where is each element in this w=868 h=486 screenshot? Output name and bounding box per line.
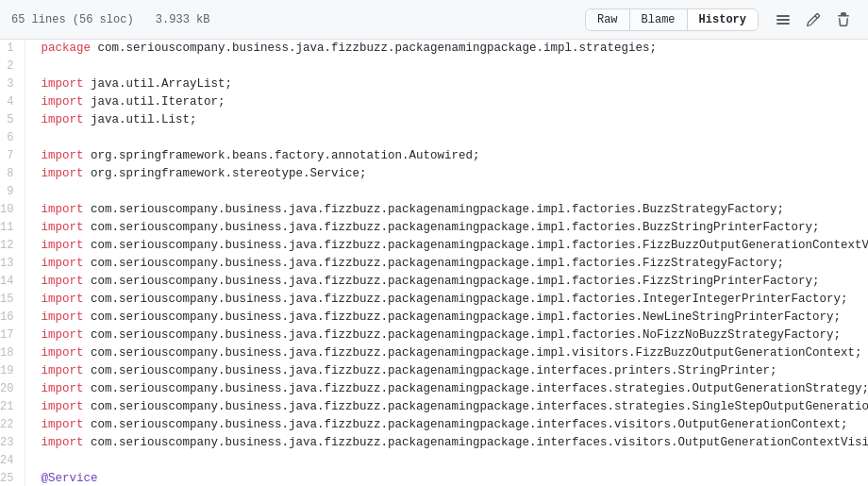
- table-row: 5import java.util.List;: [0, 111, 868, 129]
- line-number: 22: [0, 416, 25, 434]
- svg-rect-1: [776, 19, 790, 21]
- svg-rect-0: [776, 15, 790, 17]
- token: import: [41, 400, 83, 413]
- line-code: import com.seriouscompany.business.java.…: [25, 201, 868, 219]
- token: com.seriouscompany.business.java.fizzbuz…: [83, 328, 841, 342]
- token: import: [41, 275, 83, 288]
- line-code: package com.seriouscompany.business.java…: [25, 40, 868, 58]
- token: java.util.Iterator;: [83, 95, 225, 109]
- table-row: 18import com.seriouscompany.business.jav…: [0, 344, 868, 362]
- line-count: 65 lines (56 sloc): [11, 13, 134, 26]
- token: import: [41, 382, 83, 395]
- line-code: import org.springframework.beans.factory…: [25, 147, 868, 165]
- token: import: [41, 95, 83, 109]
- table-row: 8import org.springframework.stereotype.S…: [0, 165, 868, 183]
- line-code: import com.seriouscompany.business.java.…: [25, 362, 868, 380]
- token: package: [41, 42, 91, 55]
- token: org.springframework.stereotype.Service;: [83, 167, 366, 180]
- line-code: import java.util.ArrayList;: [25, 75, 868, 93]
- table-row: 21import com.seriouscompany.business.jav…: [0, 398, 868, 416]
- code-table: 1package com.seriouscompany.business.jav…: [0, 40, 868, 486]
- table-row: 3import java.util.ArrayList;: [0, 75, 868, 93]
- svg-rect-2: [776, 23, 790, 25]
- line-code: import java.util.List;: [25, 111, 868, 129]
- line-number: 18: [0, 344, 25, 362]
- line-code: import com.seriouscompany.business.java.…: [25, 273, 868, 291]
- token: import: [41, 239, 83, 252]
- file-meta: 65 lines (56 sloc) 3.933 kB: [11, 13, 225, 26]
- table-row: 4import java.util.Iterator;: [0, 93, 868, 111]
- table-row: 7import org.springframework.beans.factor…: [0, 147, 868, 165]
- token: import: [41, 203, 83, 216]
- token: import: [41, 257, 83, 270]
- display-icon-button[interactable]: [770, 8, 796, 31]
- line-code: import java.util.Iterator;: [25, 93, 868, 111]
- line-code: import com.seriouscompany.business.java.…: [25, 219, 868, 237]
- line-code: import com.seriouscompany.business.java.…: [25, 344, 868, 362]
- line-code: import com.seriouscompany.business.java.…: [25, 255, 868, 273]
- table-row: 22import com.seriouscompany.business.jav…: [0, 416, 868, 434]
- token: java.util.ArrayList;: [83, 77, 232, 91]
- table-row: 13import com.seriouscompany.business.jav…: [0, 255, 868, 273]
- table-row: 16import com.seriouscompany.business.jav…: [0, 309, 868, 327]
- token: com.seriouscompany.business.java.fizzbuz…: [83, 400, 868, 413]
- table-row: 14import com.seriouscompany.business.jav…: [0, 273, 868, 291]
- line-number: 15: [0, 291, 25, 309]
- line-code: import com.seriouscompany.business.java.…: [25, 309, 868, 327]
- line-code: import com.seriouscompany.business.java.…: [25, 416, 868, 434]
- token: com.seriouscompany.business.java.fizzbuz…: [83, 310, 841, 324]
- line-number: 14: [0, 273, 25, 291]
- table-row: 24: [0, 452, 868, 470]
- line-number: 19: [0, 362, 25, 380]
- table-row: 23import com.seriouscompany.business.jav…: [0, 434, 868, 452]
- line-code: [25, 129, 868, 147]
- token: com.seriouscompany.business.java.fizzbuz…: [83, 257, 784, 270]
- table-row: 9: [0, 183, 868, 201]
- blame-button[interactable]: Blame: [630, 9, 688, 30]
- table-row: 2: [0, 58, 868, 75]
- table-row: 1package com.seriouscompany.business.jav…: [0, 40, 868, 58]
- table-row: 19import com.seriouscompany.business.jav…: [0, 362, 868, 380]
- line-number: 5: [0, 111, 25, 129]
- token: import: [41, 167, 83, 180]
- line-number: 3: [0, 75, 25, 93]
- line-code: import com.seriouscompany.business.java.…: [25, 380, 868, 398]
- token: com.seriouscompany.business.java.fizzbuz…: [83, 203, 784, 216]
- toolbar: 65 lines (56 sloc) 3.933 kB Raw Blame Hi…: [0, 0, 868, 40]
- token: com.seriouscompany.business.java.fizzbuz…: [83, 293, 847, 306]
- token: import: [41, 113, 83, 126]
- display-icon: [776, 12, 791, 27]
- line-code: import com.seriouscompany.business.java.…: [25, 291, 868, 309]
- raw-button[interactable]: Raw: [586, 9, 630, 30]
- token: org.springframework.beans.factory.annota…: [83, 149, 479, 162]
- toolbar-actions: Raw Blame History: [585, 8, 857, 31]
- table-row: 15import com.seriouscompany.business.jav…: [0, 291, 868, 309]
- token: import: [41, 436, 83, 449]
- history-button[interactable]: History: [688, 9, 758, 30]
- line-number: 17: [0, 327, 25, 344]
- token: import: [41, 418, 83, 431]
- token: com.seriouscompany.business.java.fizzbuz…: [83, 275, 819, 288]
- token: @Service: [41, 472, 97, 485]
- line-number: 1: [0, 40, 25, 58]
- token: com.seriouscompany.business.java.fizzbuz…: [83, 382, 868, 395]
- edit-icon-button[interactable]: [800, 8, 826, 31]
- line-number: 23: [0, 434, 25, 452]
- table-row: 12import com.seriouscompany.business.jav…: [0, 237, 868, 255]
- line-code: [25, 183, 868, 201]
- token: com.seriouscompany.business.java.fizzbuz…: [83, 418, 847, 431]
- line-number: 21: [0, 398, 25, 416]
- token: import: [41, 149, 83, 162]
- token: java.util.List;: [83, 113, 196, 126]
- delete-icon-button[interactable]: [830, 8, 857, 31]
- line-code: import com.seriouscompany.business.java.…: [25, 398, 868, 416]
- line-number: 16: [0, 309, 25, 327]
- line-number: 24: [0, 452, 25, 470]
- token: import: [41, 293, 83, 306]
- line-number: 2: [0, 58, 25, 75]
- token: com.seriouscompany.business.java.fizzbuz…: [83, 436, 868, 449]
- line-code: [25, 58, 868, 75]
- token: com.seriouscompany.business.java.fizzbuz…: [83, 239, 868, 252]
- token: import: [41, 364, 83, 377]
- table-row: 10import com.seriouscompany.business.jav…: [0, 201, 868, 219]
